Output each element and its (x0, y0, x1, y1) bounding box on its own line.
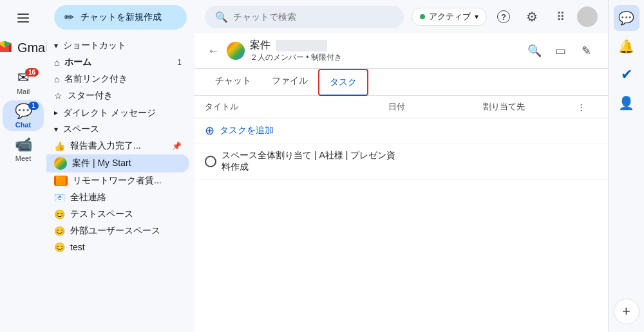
chevron-right-icon: ▸ (54, 108, 58, 117)
col-date-label: 日付 (388, 101, 478, 113)
new-chat-icon: ✏ (64, 10, 74, 24)
tabs: チャット ファイル タスク (194, 69, 608, 96)
gear-icon: ⚙ (526, 9, 538, 24)
test-icon: 😊 (54, 242, 65, 252)
nav-item-direct-messages[interactable]: ▸ ダイレクト メッセージ (46, 104, 189, 121)
tab-chat[interactable]: チャット (205, 69, 261, 96)
add-task-link[interactable]: タスクを追加 (220, 125, 274, 136)
nav-item-external[interactable]: 😊 外部ユーザースペース (46, 223, 189, 239)
direct-messages-label: ダイレクト メッセージ (63, 107, 156, 118)
space-edit-button[interactable]: ✎ (574, 39, 598, 62)
spaces-label: スペース (63, 124, 99, 135)
content-area: タイトル 日付 割り当て先 ⋮ ⊕ タスクを追加 スペース全体割り当て | A社… (194, 96, 608, 332)
nav-item-remote[interactable]: 🟧 リモートワーク者賃... (46, 172, 189, 189)
case-label: 案件 | My Start (72, 158, 131, 169)
external-label: 外部ユーザースペース (70, 225, 160, 237)
test-space-icon: 😊 (54, 209, 65, 219)
home-icon: ⌂ (54, 57, 59, 68)
col-title-label: タイトル (205, 101, 383, 113)
search-input[interactable] (233, 12, 393, 22)
plus-icon: + (622, 303, 630, 320)
sidebar-item-chat[interactable]: 💬 1 Chat (3, 100, 44, 131)
test-label: test (70, 242, 85, 252)
named-link-label: 名前リンク付き (64, 73, 128, 85)
space-subtitle: ２人のメンバー • 制限付き (250, 52, 518, 63)
right-chat-icon: 💬 (618, 10, 634, 26)
grid-icon: ⠿ (556, 10, 565, 24)
table-row: スペース全体割り当て | A社様 | プレゼン資料作成 (194, 143, 608, 180)
add-task-icon: ⊕ (205, 124, 214, 138)
top-bar: 🔍 アクティブ ▾ ? ⚙ ⠿ (194, 0, 608, 33)
tab-files[interactable]: ファイル (261, 69, 318, 96)
space-search-icon: 🔍 (527, 44, 542, 58)
meet-label: Meet (15, 154, 31, 162)
nav-panel: ✏ チャットを新規作成 ▾ ショートカット ⌂ ホーム 1 ⌂ 名前リンク付き … (46, 0, 194, 332)
task-checkbox[interactable] (205, 156, 216, 167)
sidebar-item-mail[interactable]: ✉ 16 Mail (3, 67, 44, 98)
right-icon-check[interactable]: ✔ (614, 62, 639, 88)
nav-item-test[interactable]: 😊 test (46, 239, 189, 255)
right-person-icon: 👤 (618, 95, 634, 111)
thumbs-up-icon: 👍 (54, 141, 65, 151)
back-button[interactable]: ← (205, 42, 222, 60)
nav-item-case[interactable]: 案件 | My Start (46, 154, 189, 172)
named-link-icon: ⌂ (54, 74, 59, 84)
status-pill[interactable]: アクティブ ▾ (412, 8, 487, 26)
col-actions-placeholder: ⋮ (577, 102, 598, 112)
sidebar-item-meet[interactable]: 📹 Meet (3, 134, 44, 165)
star-icon: ☆ (54, 91, 62, 101)
mail-badge: 16 (25, 68, 39, 77)
home-label: ホーム (64, 57, 91, 68)
pin-icon: 📌 (172, 142, 182, 151)
nav-item-home[interactable]: ⌂ ホーム 1 (46, 54, 189, 71)
report-label: 報告書入力完了... (70, 140, 141, 152)
nav-item-report[interactable]: 👍 報告書入力完了... 📌 (46, 138, 189, 154)
space-header: ← 案件 ２人のメンバー • 制限付き 🔍 ▭ ✎ (194, 33, 608, 69)
col-assignee-label: 割り当て先 (483, 101, 573, 113)
apps-button[interactable]: ⠿ (549, 5, 572, 28)
nav-item-named-link[interactable]: ⌂ 名前リンク付き (46, 71, 189, 88)
shortcuts-label: ショートカット (63, 40, 126, 51)
nav-item-test-space[interactable]: 😊 テストスペース (46, 206, 189, 223)
status-chevron-icon: ▾ (475, 12, 478, 21)
avatar[interactable] (577, 6, 598, 27)
search-icon: 🔍 (215, 11, 228, 23)
status-dot (420, 14, 425, 19)
nav-item-all-contact[interactable]: 📧 全社連絡 (46, 189, 189, 206)
add-panel-button[interactable]: + (614, 299, 639, 324)
nav-item-spaces[interactable]: ▾ スペース (46, 121, 189, 138)
right-bell-icon: 🔔 (618, 39, 634, 54)
tab-tasks-label: タスク (330, 77, 357, 87)
meet-icon: 📹 (15, 136, 32, 153)
edit-icon: ✎ (582, 44, 591, 58)
tab-tasks[interactable]: タスク (318, 69, 368, 96)
settings-button[interactable]: ⚙ (520, 5, 544, 28)
test-space-label: テストスペース (70, 208, 133, 220)
space-logo (227, 42, 245, 60)
space-header-actions: 🔍 ▭ ✎ (523, 39, 598, 62)
remote-label: リモートワーク者賃... (73, 175, 162, 187)
right-panel: 💬 🔔 ✔ 👤 + (608, 0, 644, 332)
task-text: スペース全体割り当て | A社様 | プレゼン資料作成 (222, 150, 404, 173)
hamburger-button[interactable] (10, 5, 36, 31)
help-icon: ? (497, 10, 510, 23)
right-icon-chat[interactable]: 💬 (614, 5, 639, 31)
tab-files-label: ファイル (272, 75, 308, 86)
new-chat-label: チャットを新規作成 (80, 12, 162, 23)
right-icon-person[interactable]: 👤 (614, 90, 639, 116)
status-label: アクティブ (429, 11, 471, 23)
gmail-logo[interactable]: Gmail (0, 36, 51, 64)
right-icon-bell[interactable]: 🔔 (614, 33, 639, 59)
new-chat-button[interactable]: ✏ チャットを新規作成 (54, 5, 187, 30)
help-button[interactable]: ? (492, 5, 515, 28)
space-search-button[interactable]: 🔍 (523, 39, 546, 62)
mail-label: Mail (17, 88, 30, 95)
external-icon: 😊 (54, 226, 65, 236)
space-video-button[interactable]: ▭ (549, 39, 572, 62)
starred-label: スター付き (68, 90, 113, 102)
nav-item-starred[interactable]: ☆ スター付き (46, 88, 189, 104)
nav-item-shortcuts[interactable]: ▾ ショートカット (46, 37, 189, 54)
table-header: タイトル 日付 割り当て先 ⋮ (194, 96, 608, 118)
chat-label: Chat (15, 121, 31, 129)
search-bar[interactable]: 🔍 (205, 6, 404, 28)
